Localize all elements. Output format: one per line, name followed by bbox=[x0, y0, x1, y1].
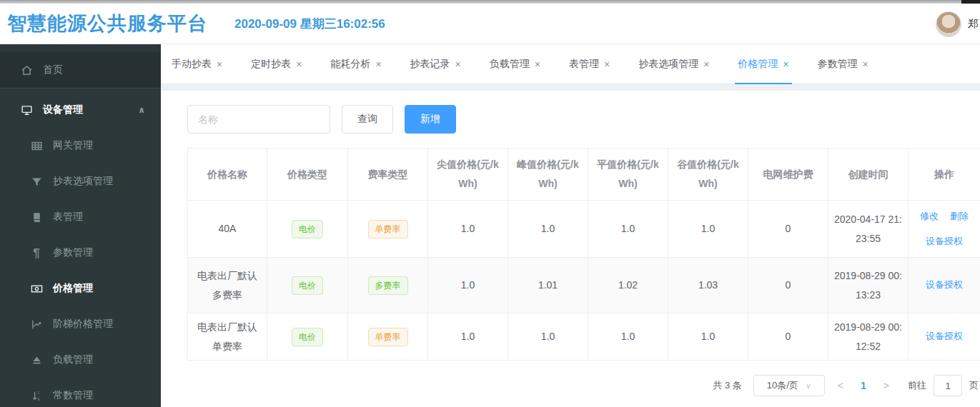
chevron-down-icon: ∨ bbox=[806, 381, 811, 391]
close-icon[interactable]: × bbox=[535, 59, 540, 69]
pagination: 共 3 条 10条/页 ∨ < 1 > 前往 页 bbox=[187, 375, 979, 396]
cell-price-type: 电价 bbox=[267, 258, 348, 313]
add-button[interactable]: 新增 bbox=[405, 105, 456, 134]
col-sharp-price: 尖值价格(元/kWh) bbox=[428, 149, 508, 201]
cell-sharp-price: 1.0 bbox=[428, 258, 508, 313]
filter-icon bbox=[30, 175, 43, 188]
tab-bar: 手动抄表 × 定时抄表 × 能耗分析 × 抄表记录 × 负载管理 × 表管理 ×… bbox=[161, 44, 980, 84]
goto-label: 前往 bbox=[908, 379, 926, 392]
cell-created-time: 2019-08-29 00:13:23 bbox=[828, 258, 909, 313]
sidebar-item-device-management[interactable]: 设备管理 ∧ bbox=[0, 92, 161, 128]
close-icon[interactable]: × bbox=[296, 59, 302, 69]
tab-label: 价格管理 bbox=[738, 58, 778, 71]
close-icon[interactable]: × bbox=[217, 59, 222, 69]
sidebar-item-parameter-management[interactable]: ¶ 参数管理 bbox=[0, 235, 161, 271]
cell-valley-price: 1.0 bbox=[668, 313, 748, 361]
sidebar-divider bbox=[0, 88, 161, 89]
cell-price-name: 40A bbox=[188, 201, 267, 258]
goto-page-input[interactable] bbox=[934, 375, 962, 396]
sidebar: 首页 设备管理 ∧ 网关管理 抄表选项管理 表管理 bbox=[0, 44, 161, 407]
col-flat-price: 平值价格(元/kWh) bbox=[588, 149, 668, 201]
sidebar-item-label: 价格管理 bbox=[53, 282, 93, 295]
col-price-type: 价格类型 bbox=[267, 149, 348, 201]
total-count: 共 3 条 bbox=[713, 379, 741, 392]
next-page-button[interactable]: > bbox=[878, 380, 895, 391]
sidebar-item-label: 表管理 bbox=[53, 211, 83, 223]
close-icon[interactable]: × bbox=[863, 59, 868, 69]
price-type-badge: 电价 bbox=[292, 220, 323, 238]
rate-type-badge: 多费率 bbox=[368, 276, 408, 295]
tab-scheduled-meter-reading[interactable]: 定时抄表 × bbox=[251, 44, 302, 84]
cell-sharp-price: 1.0 bbox=[428, 201, 508, 258]
sidebar-item-label: 网关管理 bbox=[53, 139, 93, 152]
table-row: 40A 电价 单费率 1.0 1.0 1.0 1.0 0 2020-04-17 … bbox=[188, 201, 980, 258]
sidebar-item-home[interactable]: 首页 bbox=[0, 52, 161, 88]
grid-icon bbox=[30, 139, 43, 152]
sidebar-item-price-management[interactable]: 价格管理 bbox=[0, 271, 161, 306]
book-icon bbox=[30, 211, 43, 223]
cell-peak-price: 1.01 bbox=[508, 258, 588, 313]
cell-price-name: 电表出厂默认多费率 bbox=[188, 258, 267, 313]
tab-meter-reading-options[interactable]: 抄表选项管理 × bbox=[638, 44, 709, 84]
col-peak-price: 峰值价格(元/kWh) bbox=[508, 149, 588, 201]
eject-icon bbox=[30, 353, 43, 366]
cell-price-type: 电价 bbox=[267, 201, 348, 258]
device-authorize-link[interactable]: 设备授权 bbox=[926, 233, 963, 251]
svg-text:9: 9 bbox=[37, 396, 39, 401]
close-icon[interactable]: × bbox=[455, 59, 461, 69]
col-valley-price: 谷值价格(元/kWh) bbox=[668, 149, 748, 201]
sidebar-item-tiered-price-management[interactable]: 阶梯价格管理 bbox=[0, 306, 161, 342]
user-name: 郑 bbox=[968, 17, 979, 31]
device-authorize-link[interactable]: 设备授权 bbox=[926, 276, 963, 294]
sidebar-item-meter-reading-options[interactable]: 抄表选项管理 bbox=[0, 164, 161, 199]
tab-manual-meter-reading[interactable]: 手动抄表 × bbox=[172, 44, 222, 84]
sidebar-item-load-management[interactable]: 负载管理 bbox=[0, 342, 161, 378]
sidebar-item-label: 阶梯价格管理 bbox=[53, 318, 113, 331]
app-window: 智慧能源公共服务平台 2020-09-09 星期三16:02:56 郑 首页 设… bbox=[0, 0, 980, 407]
tab-parameter-management[interactable]: 参数管理 × bbox=[818, 44, 868, 84]
table-header-row: 价格名称 价格类型 费率类型 尖值价格(元/kWh) 峰值价格(元/kWh) 平… bbox=[188, 149, 980, 201]
close-icon[interactable]: × bbox=[604, 59, 610, 69]
delete-link[interactable]: 删除 bbox=[950, 208, 969, 226]
cell-grid-fee: 0 bbox=[748, 313, 828, 361]
tab-label: 表管理 bbox=[569, 58, 599, 71]
tab-meter-management[interactable]: 表管理 × bbox=[569, 44, 610, 84]
cell-flat-price: 1.0 bbox=[588, 313, 668, 361]
tab-label: 手动抄表 bbox=[172, 58, 212, 71]
tab-price-management[interactable]: 价格管理 × bbox=[738, 44, 788, 84]
avatar[interactable] bbox=[936, 11, 961, 37]
cell-rate-type: 单费率 bbox=[348, 313, 428, 361]
page-unit-label: 页 bbox=[969, 379, 979, 392]
sidebar-item-label: 设备管理 bbox=[43, 104, 83, 116]
sidebar-item-gateway-management[interactable]: 网关管理 bbox=[0, 128, 161, 164]
cell-operations: 设备授权 bbox=[909, 258, 980, 313]
tab-energy-analysis[interactable]: 能耗分析 × bbox=[330, 44, 381, 84]
cell-rate-type: 多费率 bbox=[348, 258, 428, 313]
cell-valley-price: 1.03 bbox=[668, 258, 748, 313]
tab-meter-reading-records[interactable]: 抄表记录 × bbox=[410, 44, 461, 84]
tab-load-management[interactable]: 负载管理 × bbox=[490, 44, 540, 84]
device-authorize-link[interactable]: 设备授权 bbox=[926, 328, 963, 346]
close-icon[interactable]: × bbox=[375, 59, 381, 69]
tab-label: 抄表选项管理 bbox=[638, 58, 698, 71]
page-number[interactable]: 1 bbox=[856, 380, 871, 391]
sidebar-item-label: 抄表选项管理 bbox=[53, 175, 113, 188]
page-size-select[interactable]: 10条/页 ∨ bbox=[753, 375, 825, 396]
sidebar-item-meter-management[interactable]: 表管理 bbox=[0, 199, 161, 235]
edit-link[interactable]: 修改 bbox=[920, 208, 939, 226]
cell-price-name: 电表出厂默认单费率 bbox=[188, 313, 267, 361]
main-content: 查询 新增 价格名称 价格类型 费率类型 尖值价格(元/kWh) 峰 bbox=[161, 84, 980, 407]
query-button[interactable]: 查询 bbox=[342, 105, 393, 134]
sidebar-item-constant-management[interactable]: 19 常数管理 bbox=[0, 378, 161, 407]
table-row: 电表出厂默认多费率 电价 多费率 1.0 1.01 1.02 1.03 0 20… bbox=[188, 258, 980, 313]
cell-sharp-price: 1.0 bbox=[428, 313, 508, 361]
close-icon[interactable]: × bbox=[703, 59, 709, 69]
cell-valley-price: 1.0 bbox=[668, 201, 748, 258]
sort-numeric-icon: 19 bbox=[30, 389, 43, 402]
close-icon[interactable]: × bbox=[783, 59, 788, 69]
user-box[interactable]: 郑 bbox=[936, 4, 979, 44]
cell-flat-price: 1.0 bbox=[588, 201, 668, 258]
search-input[interactable] bbox=[187, 105, 330, 134]
prev-page-button[interactable]: < bbox=[832, 380, 849, 391]
col-created-time: 创建时间 bbox=[828, 149, 909, 201]
